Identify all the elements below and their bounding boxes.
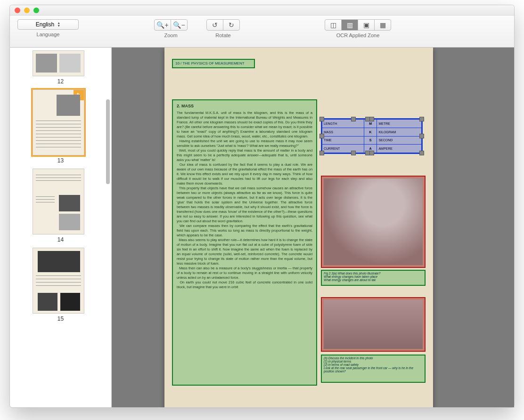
table-zone-icon: ▦: [380, 21, 386, 29]
image-zone-icon: ▣: [363, 21, 369, 29]
ocr-zone-tool-4[interactable]: ▦: [374, 19, 391, 31]
thumbnail-15[interactable]: 15: [33, 248, 89, 322]
sidebar-scrollbar[interactable]: [106, 99, 110, 184]
thumbnail-sidebar[interactable]: 12 ✎ 13 14: [10, 48, 112, 407]
zoom-in-button[interactable]: 🔍+: [154, 19, 171, 31]
language-select[interactable]: English ▲▼: [17, 19, 79, 30]
thumbnail-number: 13: [33, 157, 89, 164]
ocr-zone-label: OCR Applied Zone: [336, 32, 380, 38]
minimize-window-button[interactable]: [24, 8, 30, 13]
ocr-zone-body-text[interactable]: 2. MASS The fundamental M.K.S.A. unit of…: [172, 99, 317, 386]
rotate-left-button[interactable]: ↺: [206, 19, 223, 31]
language-selected: English: [36, 21, 54, 28]
column-handle[interactable]: [365, 151, 370, 155]
thumbnail-number: 12: [33, 78, 89, 85]
resize-handle[interactable]: [419, 134, 424, 138]
close-window-button[interactable]: [15, 8, 20, 13]
thumbnail-12[interactable]: 12: [33, 50, 89, 85]
thumbnail-13[interactable]: ✎ 13: [33, 89, 89, 164]
zoom-label: Zoom: [164, 32, 177, 38]
ocr-zone-image-1[interactable]: [321, 176, 426, 268]
column-handle[interactable]: [365, 117, 370, 121]
resize-handle[interactable]: [369, 151, 374, 155]
resize-handle[interactable]: [419, 151, 424, 155]
resize-handle[interactable]: [319, 151, 324, 155]
resize-handle[interactable]: [369, 117, 374, 121]
language-label: Language: [37, 32, 60, 37]
ocr-zone-caption-1[interactable]: Fig 2.3(a) What does this photo illustra…: [321, 270, 426, 286]
ocr-zone-header[interactable]: 10 / THE PHYSICS OF MEASUREMENT: [172, 59, 255, 68]
zoom-out-button[interactable]: 🔍−: [171, 19, 188, 31]
column-handle[interactable]: [351, 117, 356, 121]
resize-handle[interactable]: [419, 117, 424, 121]
section-heading: 2. MASS: [177, 103, 312, 109]
zoom-window-button[interactable]: [33, 8, 39, 13]
ocr-zone-tool-1[interactable]: ◫: [325, 19, 342, 31]
thumbnail-number: 14: [33, 236, 89, 243]
resize-handle[interactable]: [319, 117, 324, 121]
resize-handle[interactable]: [319, 134, 324, 138]
page-viewer[interactable]: 10 / THE PHYSICS OF MEASUREMENT 2. MASS …: [112, 48, 514, 407]
ocr-zone-caption-2[interactable]: (b) Discuss the incident in this photo (…: [321, 355, 426, 383]
rotate-right-icon: ↻: [229, 21, 234, 29]
ocr-zone-table[interactable]: LENGTHMMETRE MASSKKILOGRAM TIMESSECOND C…: [321, 118, 423, 154]
toolbar: English ▲▼ Language 🔍+ 🔍− Zoom ↺ ↻ Rotat…: [10, 16, 514, 48]
body-text: The fundamental M.K.S.A. unit of mass is…: [177, 111, 312, 289]
overlap-icon: ◫: [330, 21, 336, 29]
thumbnail-14[interactable]: 14: [33, 169, 89, 243]
mksa-table: LENGTHMMETRE MASSKKILOGRAM TIMESSECOND C…: [322, 119, 422, 153]
rotate-right-button[interactable]: ↻: [223, 19, 240, 31]
zoom-out-icon: 🔍−: [173, 21, 185, 29]
column-icon: ▥: [347, 21, 353, 29]
rotate-label: Rotate: [215, 32, 230, 38]
column-handle[interactable]: [351, 151, 356, 155]
titlebar: [10, 5, 514, 16]
zoom-in-icon: 🔍+: [156, 21, 168, 29]
ocr-zone-tool-3[interactable]: ▣: [358, 19, 375, 31]
rotate-left-icon: ↺: [212, 21, 218, 29]
ocr-zone-image-2[interactable]: [321, 297, 426, 352]
chevron-up-down-icon: ▲▼: [57, 22, 60, 27]
ocr-zone-tool-2[interactable]: ▥: [341, 19, 358, 31]
document-page: 10 / THE PHYSICS OF MEASUREMENT 2. MASS …: [164, 48, 433, 407]
thumbnail-number: 15: [33, 315, 89, 322]
